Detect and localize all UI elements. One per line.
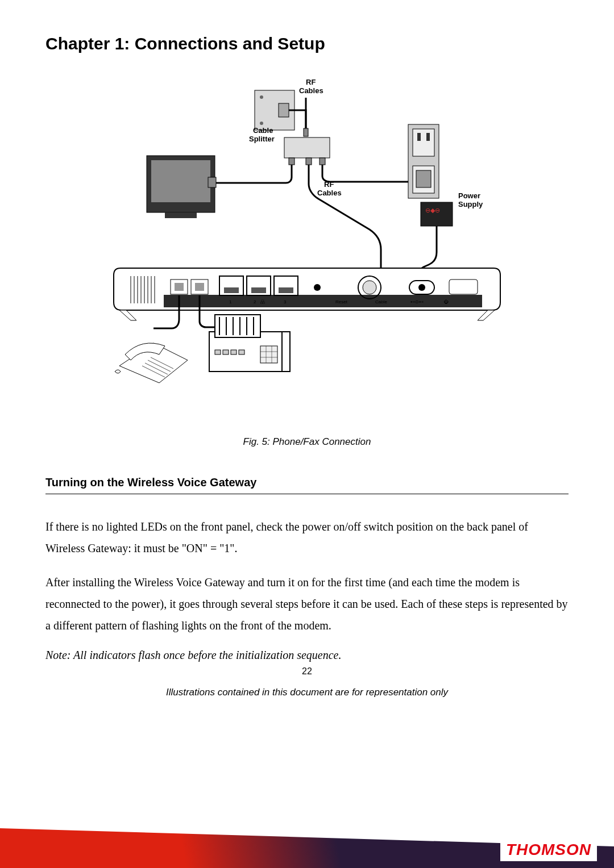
figure-caption: Fig. 5: Phone/Fax Connection bbox=[45, 436, 569, 448]
paragraph-1: If there is no lighted LEDs on the front… bbox=[45, 516, 569, 559]
modem-back-panel: 1 2 品 3 Reset Cable ⊷⊙⊷ ⏻ bbox=[114, 268, 500, 320]
power-icon: ⏻ bbox=[443, 299, 449, 304]
lan-icon: 2 bbox=[254, 299, 256, 304]
paragraph-2: After installing the Wireless Voice Gate… bbox=[45, 571, 569, 636]
svg-point-1 bbox=[260, 95, 263, 99]
svg-rect-7 bbox=[289, 158, 294, 165]
port-label-1: 1 bbox=[229, 299, 232, 304]
svg-rect-3 bbox=[279, 103, 289, 117]
svg-rect-9 bbox=[320, 158, 325, 165]
chapter-title: Chapter 1: Connections and Setup bbox=[45, 34, 569, 53]
svg-rect-38 bbox=[251, 287, 266, 293]
svg-rect-13 bbox=[208, 177, 216, 187]
svg-rect-5 bbox=[304, 128, 308, 136]
svg-rect-8 bbox=[306, 158, 312, 165]
svg-rect-15 bbox=[413, 129, 434, 156]
svg-point-42 bbox=[314, 284, 321, 291]
reset-label: Reset bbox=[335, 299, 348, 304]
telephone-drawing bbox=[115, 343, 188, 383]
brand-logo: THOMSON bbox=[500, 838, 597, 861]
svg-point-2 bbox=[260, 122, 263, 125]
svg-rect-61 bbox=[215, 350, 221, 354]
svg-rect-64 bbox=[239, 350, 244, 354]
svg-rect-16 bbox=[417, 133, 421, 141]
svg-rect-12 bbox=[165, 212, 197, 218]
svg-text:⊖◆⊖: ⊖◆⊖ bbox=[425, 207, 440, 214]
label-cable-splitter: CableSplitter bbox=[249, 126, 275, 143]
figure-diagram: RFCables CableSplitter RFCables bbox=[45, 76, 569, 397]
svg-rect-70 bbox=[282, 332, 290, 372]
section-title: Turning on the Wireless Voice Gateway bbox=[45, 476, 569, 489]
svg-text:品: 品 bbox=[260, 299, 265, 304]
svg-rect-20 bbox=[421, 202, 453, 226]
svg-rect-40 bbox=[279, 287, 293, 293]
svg-rect-19 bbox=[416, 170, 431, 187]
svg-point-46 bbox=[418, 284, 425, 291]
svg-text:⊷⊙⊷: ⊷⊙⊷ bbox=[410, 299, 424, 304]
section-divider bbox=[45, 494, 569, 494]
svg-rect-63 bbox=[231, 350, 237, 354]
svg-rect-34 bbox=[195, 283, 204, 291]
svg-rect-6 bbox=[284, 137, 330, 158]
svg-rect-17 bbox=[426, 133, 430, 141]
port-label-3: 3 bbox=[284, 299, 287, 304]
fax-drawing bbox=[209, 315, 290, 372]
svg-rect-32 bbox=[175, 283, 184, 291]
svg-point-44 bbox=[363, 281, 376, 294]
svg-rect-62 bbox=[223, 350, 229, 354]
label-rf-cables-top: RFCables bbox=[299, 78, 323, 95]
svg-rect-48 bbox=[449, 279, 478, 294]
footer-text: Illustrations contained in this document… bbox=[45, 687, 569, 698]
svg-rect-65 bbox=[260, 346, 277, 363]
note-text: Note: All indicators flash once before t… bbox=[45, 649, 569, 662]
page-number: 22 bbox=[45, 666, 569, 677]
svg-rect-36 bbox=[224, 287, 239, 293]
cable-label: Cable bbox=[375, 299, 387, 304]
svg-rect-30 bbox=[164, 295, 482, 307]
svg-rect-11 bbox=[151, 160, 210, 202]
label-power-supply: PowerSupply bbox=[458, 191, 483, 208]
